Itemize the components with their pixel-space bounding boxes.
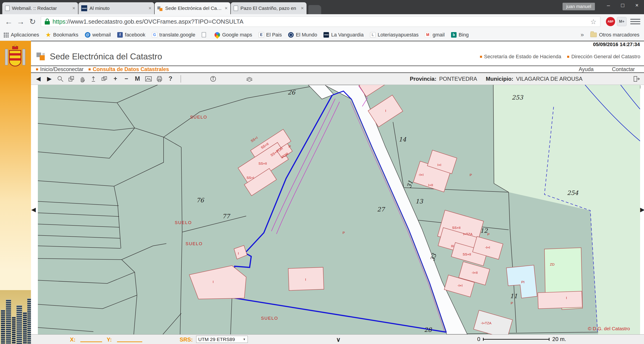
svg-text:ZD: ZD <box>550 262 554 266</box>
scale-bar <box>483 339 550 340</box>
print-button[interactable] <box>154 74 164 84</box>
bookmark-loterias[interactable]: LLoteriasyapuestas <box>370 32 419 38</box>
nav-consulta-datos[interactable]: Consulta de Datos Catastrales <box>88 66 169 72</box>
pan-right-arrow[interactable]: ▶ <box>640 206 644 213</box>
svg-text:I: I <box>385 109 386 113</box>
site-nav: Inicio/Desconectar Consulta de Datos Cat… <box>31 66 644 73</box>
municipality-label: Municipio: <box>486 76 514 82</box>
extension-icon[interactable]: M+ <box>617 17 626 26</box>
svg-text:I+I: I+I <box>437 163 441 167</box>
zoom-extent-button[interactable] <box>88 74 98 84</box>
pan-down-arrow[interactable]: ∨ <box>336 336 341 343</box>
scale-start: 0 <box>477 336 480 343</box>
info-button[interactable] <box>208 74 218 84</box>
url-rest: ://www1.sedecatastro.gob.es/OVCFrames.as… <box>66 18 244 25</box>
measure-button[interactable]: M <box>132 74 142 84</box>
next-view-button[interactable]: ▶ <box>44 74 54 84</box>
map-viewport[interactable]: ◀ ▶ ∧ <box>31 85 644 334</box>
previous-view-button[interactable]: ◀ <box>33 74 43 84</box>
adblock-extension-icon[interactable]: ABP <box>606 17 615 26</box>
exit-button[interactable] <box>632 74 642 84</box>
svg-text:P: P <box>342 231 345 235</box>
province-value: PONTEVEDRA <box>439 76 477 82</box>
svg-text:11: 11 <box>510 293 517 300</box>
svg-text:PI: PI <box>521 280 524 284</box>
bookmark-gmail[interactable]: Mgmail <box>425 32 445 38</box>
chrome-menu-icon[interactable] <box>630 16 640 26</box>
bookmark-elpais[interactable]: EEl Pais <box>258 32 282 38</box>
bookmark-translate[interactable]: Gtranslate.google <box>152 32 196 38</box>
back-button[interactable]: ← <box>3 15 15 27</box>
svg-text:P: P <box>470 173 472 177</box>
tab-close-icon[interactable]: × <box>224 5 228 11</box>
nav-inicio-desconectar[interactable]: Inicio/Desconectar <box>36 66 84 72</box>
tab-pazo[interactable]: Pazo El Castriño, pazo en × <box>231 2 306 14</box>
page-favicon <box>234 5 238 11</box>
maximize-button[interactable]: □ <box>616 0 630 10</box>
3d-view-button[interactable] <box>66 74 76 84</box>
tab-title: Pazo El Castriño, pazo en <box>240 5 298 11</box>
layers-button[interactable] <box>244 74 254 84</box>
cadastral-map-canvas[interactable]: 2625314317613254772712331128SUELOSUELOSU… <box>38 85 640 334</box>
star-icon: ★ <box>46 32 51 38</box>
tab-close-icon[interactable]: × <box>148 5 152 11</box>
close-button[interactable]: × <box>630 0 644 10</box>
svg-text:I: I <box>213 280 214 284</box>
overview-map-button[interactable] <box>144 74 154 84</box>
bookmark-google-maps[interactable]: Google maps <box>214 32 252 38</box>
svg-text:SUELO: SUELO <box>186 241 202 246</box>
bookmark-page[interactable] <box>202 32 208 37</box>
tab-close-icon[interactable]: × <box>72 5 75 11</box>
window-controls: – □ × <box>601 0 644 10</box>
new-tab-button[interactable] <box>308 5 321 14</box>
svg-text:-I+I: -I+I <box>458 284 462 287</box>
bookmark-bookmarks[interactable]: ★Bookmarks <box>46 32 78 38</box>
srs-dropdown[interactable]: UTM 29 ETRS89 ▼ <box>196 336 248 343</box>
bookmark-aplicaciones[interactable]: Aplicaciones <box>3 32 39 38</box>
zoom-out-button[interactable]: − <box>121 74 132 84</box>
svg-text:P: P <box>487 232 490 236</box>
https-padlock-icon[interactable] <box>45 18 50 24</box>
forward-button[interactable]: → <box>15 15 26 27</box>
url-text[interactable]: https://www1.sedecatastro.gob.es/OVCFram… <box>52 18 244 25</box>
tab-sede-catastro[interactable]: Sede Electrónica del Catas × <box>155 2 230 14</box>
select-area-button[interactable] <box>99 74 110 84</box>
link-secretaria[interactable]: Secretaría de Estado de Hacienda <box>480 54 561 60</box>
bookmark-vanguardia[interactable]: VANGLa Vanguardia <box>324 32 364 38</box>
svg-text:SS+II: SS+II <box>452 226 460 230</box>
zoom-tool-button[interactable] <box>55 74 66 84</box>
pan-left-arrow[interactable]: ◀ <box>32 206 36 213</box>
minimize-button[interactable]: – <box>601 0 616 10</box>
gmail-icon: M <box>425 32 430 38</box>
svg-text:I+II: I+II <box>428 183 433 187</box>
svg-text:-I+I: -I+I <box>418 173 424 177</box>
browser-window: Webmail. :: Redactar × VANG Al minuto × … <box>0 0 644 344</box>
pan-hand-button[interactable] <box>77 74 88 84</box>
tab-alminuto[interactable]: VANG Al minuto × <box>78 2 154 14</box>
bookmark-facebook[interactable]: ffacebook <box>117 32 145 38</box>
bookmark-elmundo[interactable]: El Mundo <box>288 32 317 38</box>
help-button[interactable]: ? <box>166 74 176 84</box>
bookmark-bing[interactable]: bBing <box>451 32 469 38</box>
page-title: Sede Electrónica del Catastro <box>50 52 162 61</box>
map-pin-icon <box>213 31 221 39</box>
address-bar[interactable]: https://www1.sedecatastro.gob.es/OVCFram… <box>41 16 600 27</box>
bookmarks-overflow-chevron[interactable]: » <box>580 31 584 38</box>
user-badge[interactable]: juan manuel <box>562 3 595 10</box>
link-direccion-general[interactable]: Dirección General del Catastro <box>567 54 640 60</box>
tab-close-icon[interactable]: × <box>301 5 304 11</box>
svg-text:254: 254 <box>567 189 578 196</box>
zoom-in-button[interactable]: + <box>110 74 120 84</box>
other-bookmarks[interactable]: Otros marcadores <box>590 32 640 38</box>
toolbar-divider <box>180 75 181 82</box>
svg-text:-I+TZA: -I+TZA <box>481 321 492 325</box>
tab-webmail[interactable]: Webmail. :: Redactar × <box>2 2 78 14</box>
nav-ayuda[interactable]: Ayuda <box>578 66 594 72</box>
svg-text:III: III <box>451 244 454 248</box>
webmail-icon: @ <box>85 32 90 38</box>
svg-text:I: I <box>305 278 306 281</box>
reload-button[interactable]: ↻ <box>26 15 38 27</box>
nav-contactar[interactable]: Contactar <box>612 66 635 72</box>
bookmark-webmail[interactable]: @webmail <box>85 32 111 38</box>
bookmark-star-icon[interactable]: ☆ <box>590 18 596 26</box>
